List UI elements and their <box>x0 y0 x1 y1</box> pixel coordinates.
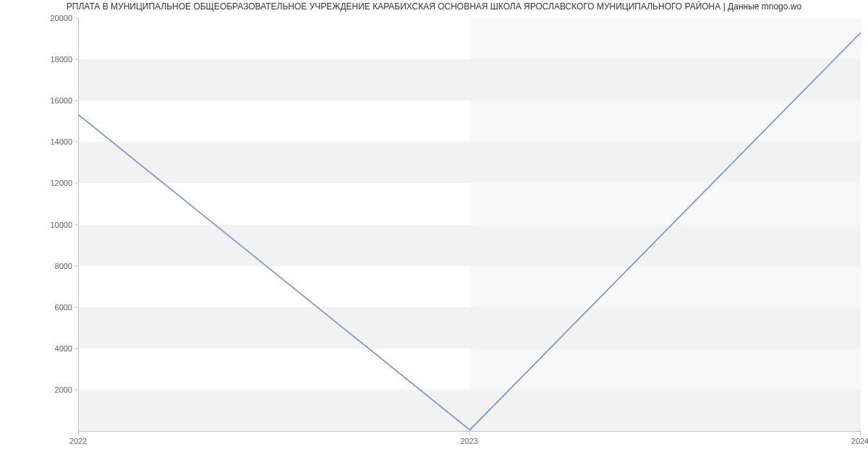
y-tick-mark <box>75 265 78 266</box>
y-tick-mark <box>75 101 78 101</box>
y-tick-label: 10000 <box>0 221 72 229</box>
line-layer <box>79 18 861 431</box>
y-tick-label: 8000 <box>0 262 72 270</box>
y-tick-label: 18000 <box>0 55 72 64</box>
plot-area <box>78 18 861 432</box>
chart-container: РПЛАТА В МУНИЦИПАЛЬНОЕ ОБЩЕОБРАЗОВАТЕЛЬН… <box>0 0 868 470</box>
x-tick-mark <box>860 432 861 435</box>
chart-title: РПЛАТА В МУНИЦИПАЛЬНОЕ ОБЩЕОБРАЗОВАТЕЛЬН… <box>0 1 868 12</box>
y-tick-mark <box>75 59 78 60</box>
x-axis-ticks: 202220232024 <box>78 432 861 454</box>
y-axis-ticks: 2000400060008000100001200014000160001800… <box>0 18 72 432</box>
y-tick-mark <box>75 348 78 349</box>
y-tick-mark <box>75 389 78 390</box>
y-tick-label: 14000 <box>0 137 72 146</box>
x-tick-mark <box>78 432 79 435</box>
y-tick-mark <box>75 307 78 307</box>
y-tick-mark <box>75 224 78 225</box>
y-tick-label: 4000 <box>0 344 72 353</box>
y-tick-label: 12000 <box>0 179 72 187</box>
y-tick-label: 2000 <box>0 385 72 394</box>
x-tick-label: 2024 <box>851 437 868 445</box>
y-tick-label: 16000 <box>0 96 72 105</box>
y-tick-label: 20000 <box>0 14 72 22</box>
y-tick-mark <box>75 142 78 142</box>
x-tick-mark <box>469 432 470 435</box>
x-tick-label: 2023 <box>460 437 477 445</box>
data-line <box>79 33 861 430</box>
y-tick-mark <box>75 183 78 184</box>
x-tick-label: 2022 <box>69 437 87 445</box>
y-tick-label: 6000 <box>0 303 72 312</box>
y-tick-mark <box>75 18 78 19</box>
